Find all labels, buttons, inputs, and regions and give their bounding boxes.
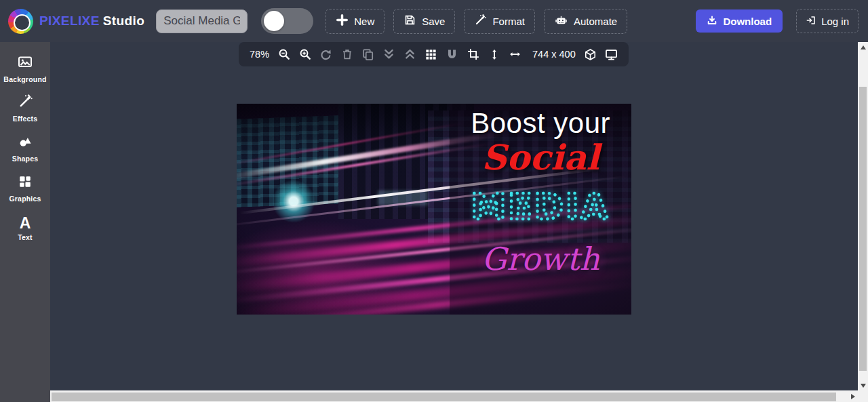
scroll-up-arrow[interactable]	[858, 42, 868, 52]
save-button[interactable]: Save	[393, 9, 455, 34]
svg-text:MEDIA: MEDIA	[471, 186, 610, 227]
document-title-input[interactable]	[156, 9, 248, 33]
preview-button[interactable]	[605, 47, 618, 62]
pixelixe-logo-icon	[8, 9, 33, 34]
scroll-down-arrow[interactable]	[858, 380, 868, 390]
toggle-knob	[264, 11, 284, 31]
magnet-button[interactable]	[446, 47, 458, 62]
magic-wand-icon	[18, 94, 33, 112]
header-actions: New Save Format Automate	[326, 9, 627, 34]
brand-title: PIXELIXEStudio	[39, 14, 144, 28]
automate-button[interactable]: Automate	[544, 9, 627, 34]
login-icon	[806, 15, 816, 28]
header-right-actions: Download Log in	[696, 9, 859, 33]
sidebar-item-background[interactable]: Background	[0, 48, 50, 88]
3d-view-button[interactable]	[584, 47, 597, 62]
grid-button[interactable]	[425, 47, 437, 62]
design-text-boost-your[interactable]: Boost your	[471, 108, 610, 139]
design-text-media[interactable]: MEDIA	[455, 186, 626, 232]
send-backward-button[interactable]	[382, 47, 395, 62]
image-icon	[17, 54, 33, 73]
new-button[interactable]: New	[326, 9, 384, 34]
zoom-out-button[interactable]	[277, 47, 290, 62]
sidebar-item-label: Shapes	[12, 155, 39, 163]
sidebar-item-effects[interactable]: Effects	[0, 88, 50, 128]
sidebar-item-text[interactable]: A Text	[0, 208, 50, 248]
horizontal-scrollbar-thumb[interactable]	[52, 393, 836, 401]
sidebar-item-label: Text	[18, 233, 33, 241]
format-button-label: Format	[492, 16, 525, 27]
zoom-in-button[interactable]	[298, 47, 311, 62]
vertical-scrollbar-thumb[interactable]	[859, 87, 867, 371]
sidebar-item-label: Background	[3, 75, 46, 83]
canvas-workspace[interactable]: 78% 744 x 400	[50, 42, 858, 390]
scrollbar-corner	[858, 390, 868, 402]
undo-button[interactable]	[319, 47, 332, 62]
sidebar-item-graphics[interactable]: Graphics	[0, 168, 50, 208]
scroll-right-arrow[interactable]	[848, 391, 858, 402]
download-button-label: Download	[723, 16, 772, 27]
vertical-scrollbar[interactable]	[858, 42, 868, 390]
resize-vertical-button[interactable]	[488, 47, 500, 62]
shapes-icon	[18, 134, 33, 152]
graphics-icon	[18, 174, 33, 192]
new-button-label: New	[354, 16, 374, 27]
bring-forward-button[interactable]	[403, 47, 416, 62]
zoom-level: 78%	[250, 49, 269, 60]
sidebar-item-label: Graphics	[9, 195, 41, 203]
brand-name: PIXELIXE	[39, 14, 100, 28]
download-button[interactable]: Download	[696, 9, 783, 33]
header: PIXELIXEStudio New Save Format Automate …	[0, 0, 868, 42]
delete-button[interactable]	[340, 47, 353, 62]
sidebar-item-shapes[interactable]: Shapes	[0, 128, 50, 168]
theme-toggle[interactable]	[261, 8, 313, 34]
format-button[interactable]: Format	[464, 9, 535, 34]
canvas-size-label: 744 x 400	[532, 49, 576, 60]
horizontal-scrollbar[interactable]	[50, 390, 858, 402]
floppy-icon	[403, 14, 416, 28]
robot-icon	[554, 13, 568, 29]
canvas-toolbar: 78% 744 x 400	[239, 42, 629, 66]
sidebar: Background Effects Shapes Graphics A Tex…	[0, 42, 50, 402]
sidebar-item-label: Effects	[13, 115, 37, 123]
duplicate-button[interactable]	[361, 47, 374, 62]
save-button-label: Save	[422, 16, 445, 27]
brand-suffix: Studio	[103, 14, 145, 28]
design-text-growth[interactable]: Growth	[481, 243, 599, 275]
plus-icon	[336, 14, 349, 28]
magic-wand-icon	[474, 14, 487, 28]
login-button[interactable]: Log in	[796, 9, 859, 33]
text-icon: A	[20, 216, 31, 230]
design-text-social[interactable]: Social	[481, 140, 599, 176]
download-icon	[707, 15, 717, 28]
automate-button-label: Automate	[574, 16, 617, 27]
design-text-block: Boost your Social MEDIA Growth	[450, 104, 631, 315]
design-canvas-image[interactable]: Boost your Social MEDIA Growth	[237, 104, 631, 315]
resize-horizontal-button[interactable]	[509, 47, 521, 62]
crop-button[interactable]	[467, 47, 479, 62]
login-button-label: Log in	[821, 16, 849, 27]
